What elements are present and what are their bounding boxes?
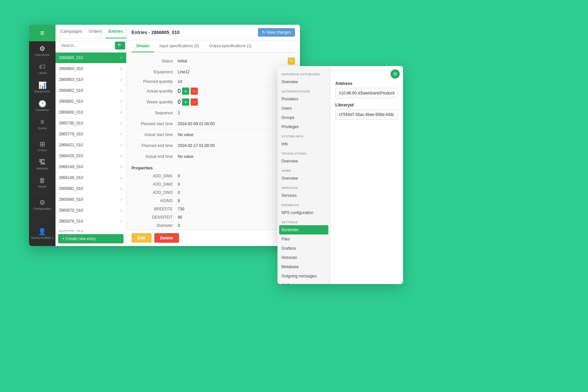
sidebar-item-orders[interactable]: ⊞ Orders	[29, 137, 55, 155]
entry-expand-icon: ⤢	[120, 230, 123, 232]
list-item[interactable]: 2866804_010⤢	[55, 63, 126, 74]
create-entry-button[interactable]: + Create new entry	[58, 234, 124, 243]
settings-nav-item[interactable]: Overview	[277, 157, 330, 166]
sidebar-item-labels[interactable]: 🏷 Labels	[29, 60, 55, 78]
settings-nav-item[interactable]: Grafana	[277, 244, 330, 253]
equipments-icon: 📊	[38, 81, 47, 89]
plus-button[interactable]: +	[182, 88, 189, 95]
minus-button[interactable]: −	[191, 88, 198, 95]
field-label: Waste quantity	[131, 100, 178, 104]
settings-nav-item[interactable]: Outgoing messages	[277, 271, 330, 281]
entry-id: 2865780_010	[59, 121, 83, 125]
detail-tab-details[interactable]: Details	[131, 40, 154, 52]
field-edit-button[interactable]: ✎	[288, 57, 295, 65]
list-item[interactable]: 2866805_010⤢	[55, 53, 126, 63]
settings-nav-item[interactable]: NPS configuration	[277, 208, 330, 217]
settings-nav-item[interactable]: Overview	[277, 77, 330, 87]
detail-header: Entries - 2866805_010 ↻ View changes	[127, 25, 300, 40]
settings-section-title: AUTHENTICATION	[277, 87, 330, 94]
address-input[interactable]	[335, 88, 398, 98]
sidebar-item-downtime[interactable]: 🕐 Downtime	[29, 96, 55, 115]
settings-nav-item[interactable]: Bartender	[279, 225, 328, 234]
sidebar-label-waste: Waste	[38, 185, 46, 188]
detail-content: Status Initial ✎ Equipment Line12 ✎ Plan…	[127, 53, 300, 230]
sidebar-item-materials[interactable]: 🏗 Materials	[29, 155, 55, 173]
list-item[interactable]: 2865679_010⤢	[55, 205, 126, 216]
sidebar-item-operations[interactable]: ⚙ Operations	[29, 41, 55, 60]
detail-tab-output[interactable]: Output specifications (1)	[204, 40, 256, 52]
address-label: Address	[335, 81, 398, 86]
search-button[interactable]: 🔍	[115, 42, 125, 50]
entry-id: 2865678_010	[59, 219, 83, 224]
sidebar-item-configuration[interactable]: ⚙ Configuration	[29, 195, 55, 214]
plus-button[interactable]: +	[182, 98, 189, 106]
table-row: Sequence 2 ✎	[131, 108, 295, 119]
sidebar-item-waste[interactable]: 🗑 Waste	[29, 173, 55, 192]
entry-expand-icon: ⤢	[120, 219, 123, 224]
settings-nav-item[interactable]: QAD	[277, 281, 330, 284]
entry-expand-icon: ⤢	[120, 121, 123, 125]
entry-expand-icon: ⤢	[120, 132, 123, 136]
entry-expand-icon: ⤢	[120, 66, 123, 71]
edit-button[interactable]: Edit	[131, 233, 152, 243]
entry-id: 2866421_010	[59, 143, 83, 147]
tab-campaigns[interactable]: Campaigns	[57, 25, 86, 38]
field-label: Planned end time	[131, 143, 178, 148]
list-item[interactable]: 2866801_010⤢	[55, 96, 126, 107]
settings-nav-item[interactable]: Providers	[277, 94, 330, 104]
list-item[interactable]: 2866148_010⤢	[55, 172, 126, 183]
view-changes-button[interactable]: ↻ View changes	[258, 28, 295, 37]
settings-nav-item[interactable]: Overview	[277, 174, 330, 183]
detail-title: Entries - 2866805_010	[131, 30, 180, 35]
list-item[interactable]: 2865780_010⤢	[55, 118, 126, 129]
delete-button[interactable]: Delete	[154, 233, 179, 243]
list-item[interactable]: 2865678_010⤢	[55, 216, 126, 227]
list-item[interactable]: 2865680_010⤢	[55, 194, 126, 205]
list-item[interactable]: 2866803_010⤢	[55, 74, 126, 85]
tab-entries[interactable]: Entries	[105, 25, 127, 38]
settings-content: ⧉ Address Libraryid	[330, 66, 403, 284]
entry-expand-icon: ⤢	[120, 197, 123, 202]
sidebar-item-equipments[interactable]: 📊 Equipments	[29, 78, 55, 96]
list-item[interactable]: 2865681_010⤢	[55, 183, 126, 194]
entry-id: 2866149_010	[59, 164, 83, 169]
sidebar-label-configuration: Configuration	[33, 207, 51, 210]
field-value: 0	[178, 99, 181, 105]
list-item[interactable]: 2866800_010⤢	[55, 107, 126, 118]
orders-icon: ⊞	[40, 140, 45, 148]
list-item[interactable]: 2866149_010⤢	[55, 161, 126, 172]
list-item[interactable]: 2866420_010⤢	[55, 151, 126, 161]
settings-nav-item[interactable]: Historian	[277, 253, 330, 262]
field-value: 0	[178, 88, 181, 94]
list-item[interactable]: 2866421_010⤢	[55, 140, 126, 151]
prop-label: BREEDTE	[131, 207, 178, 211]
list-item[interactable]: 2865779_010⤢	[55, 129, 126, 140]
settings-nav: HISTORIAN DATABASESOverviewAUTHENTICATIO…	[277, 66, 330, 284]
queue-icon: ≡	[40, 118, 44, 126]
user-icon: 👤	[38, 228, 46, 235]
list-item[interactable]: 2866802_010⤢	[55, 85, 126, 96]
settings-copy-button[interactable]: ⧉	[390, 69, 400, 79]
settings-nav-item[interactable]: Groups	[277, 113, 330, 122]
settings-nav-item[interactable]: Metabase	[277, 262, 330, 271]
settings-nav-item[interactable]: Files	[277, 234, 330, 244]
sidebar-item-user[interactable]: 👤 factory Bubbler 1	[29, 224, 55, 243]
settings-section-title: SYSTEM INFO	[277, 131, 330, 139]
sidebar-label-downtime: Downtime	[36, 108, 49, 112]
tab-orders[interactable]: Orders	[86, 25, 105, 38]
nav-tabs: Campaigns Orders Entries	[55, 25, 126, 39]
settings-nav-item[interactable]: Info	[277, 139, 330, 149]
list-item[interactable]: 2865676_010⤢	[55, 227, 126, 232]
field-value: Initial	[178, 59, 286, 63]
settings-nav-item[interactable]: Privileges	[277, 122, 330, 131]
table-row: Actual end time No value ✎	[131, 151, 295, 162]
sidebar-label-materials: Materials	[36, 167, 49, 170]
settings-nav-item[interactable]: Services	[277, 191, 330, 200]
entry-id: 2865680_010	[59, 197, 83, 202]
settings-nav-item[interactable]: Users	[277, 104, 330, 113]
search-input[interactable]	[58, 41, 114, 50]
detail-tab-input[interactable]: Input specifications (0)	[154, 40, 204, 52]
sidebar-item-queue[interactable]: ≡ Queue	[29, 115, 55, 133]
libraryid-input[interactable]	[335, 109, 398, 120]
minus-button[interactable]: −	[191, 98, 198, 106]
